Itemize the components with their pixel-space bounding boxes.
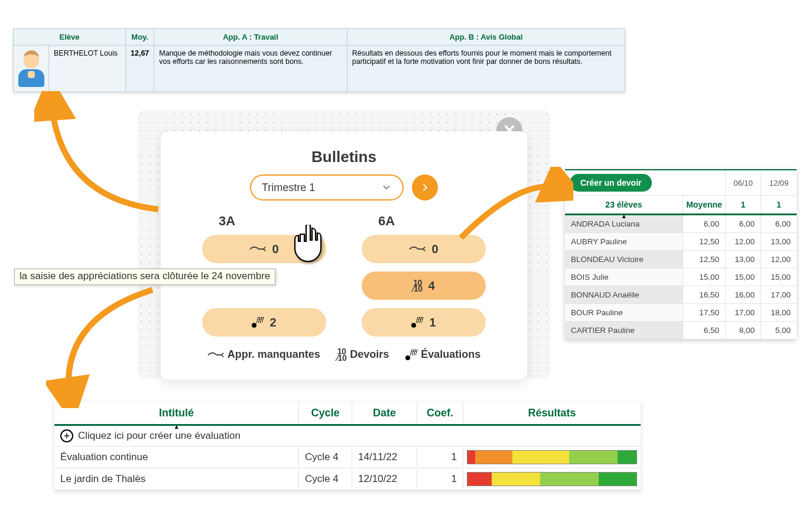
grades-date-col-1[interactable]: 06/10 — [726, 170, 761, 195]
grades-table: Créer un devoir 06/10 12/09 23 élèves Mo… — [565, 169, 797, 339]
trimestre-select[interactable]: Trimestre 1 — [250, 174, 404, 200]
student-moy: 12,67 — [126, 46, 154, 92]
chevron-right-icon — [420, 183, 430, 192]
grade-cell: 17,00 — [726, 304, 761, 321]
moy-cell: 6,50 — [683, 322, 726, 339]
student-appB: Résultats en dessous des efforts fournis… — [347, 46, 625, 92]
student-name: BOUR Pauline — [565, 304, 683, 321]
student-avatar — [14, 46, 49, 92]
eval-date: 14/11/22 — [352, 448, 417, 467]
student-name: BONNAUD Anaëlle — [565, 286, 683, 303]
grade-cell: 13,00 — [726, 251, 761, 268]
create-assignment-button[interactable]: Créer un devoir — [570, 174, 652, 192]
col-cycle[interactable]: Cycle — [299, 402, 352, 424]
arrow-to-student-table — [34, 91, 176, 221]
results-bar — [467, 450, 637, 464]
moy-cell: 12,50 — [683, 251, 726, 268]
grade-cell: 6,00 — [726, 215, 761, 232]
grades-row[interactable]: AUBRY Pauline12,5012,0013,00 — [565, 233, 797, 251]
grades-row[interactable]: BOIS Julie15,0015,0015,00 — [565, 269, 797, 286]
evaluations-table: Intitulé Cycle Date Coef. Résultats +Cli… — [54, 402, 641, 490]
grade-cell: 15,00 — [761, 269, 797, 286]
grade-cell: 16,00 — [726, 286, 761, 303]
eval-coef: 1 — [417, 448, 463, 467]
grade-cell: 12,00 — [761, 251, 797, 268]
eval-cycle: Cycle 4 — [299, 470, 352, 489]
dot-lines-icon — [252, 317, 264, 328]
moy-cell: 6,00 — [683, 215, 726, 232]
eval-intitule: Évaluation continue — [54, 448, 299, 467]
trimestre-value: Trimestre 1 — [262, 182, 315, 194]
grade-cell: 8,00 — [726, 322, 761, 339]
moy-cell: 16,50 — [683, 286, 726, 303]
dot-lines-icon — [405, 350, 417, 360]
grade-cell: 5,00 — [761, 322, 797, 339]
results-bar — [467, 472, 637, 486]
arrow-to-grades — [455, 167, 573, 250]
col-moy: Moy. — [126, 29, 154, 46]
grade-cell: 15,00 — [726, 269, 761, 286]
pen-icon — [409, 243, 426, 255]
grade-cell: 17,00 — [761, 286, 797, 303]
grade-cell: 18,00 — [761, 304, 797, 321]
pen-icon — [249, 243, 266, 255]
dot-lines-icon — [411, 317, 423, 328]
grades-row[interactable]: BOUR Pauline17,5017,0018,00 — [565, 304, 797, 322]
grades-row[interactable]: ANDRADA Luciana6,006,006,00 — [565, 215, 797, 233]
student-name: BLONDEAU Victoire — [565, 251, 683, 268]
student-appA: Manque de méthodologie mais vous devez c… — [154, 46, 347, 92]
col-moyenne[interactable]: Moyenne — [683, 196, 726, 214]
grade-cell: 13,00 — [761, 233, 797, 250]
pill-devoirs-6A[interactable]: 10⁄10 4 — [362, 271, 486, 300]
eval-cycle: Cycle 4 — [299, 448, 352, 467]
student-name: AUBRY Pauline — [565, 233, 683, 250]
col-appB: App. B : Avis Global — [347, 29, 625, 46]
grades-row[interactable]: CARTIER Pauline6,508,005,00 — [565, 322, 797, 339]
moy-cell: 17,50 — [683, 304, 726, 321]
student-name: CARTIER Pauline — [565, 322, 683, 339]
eval-intitule: Le jardin de Thalès — [54, 470, 299, 489]
chevron-down-icon — [381, 182, 392, 193]
eval-date: 12/10/22 — [352, 470, 417, 489]
pen-icon — [207, 349, 224, 361]
col-date[interactable]: Date — [352, 402, 417, 424]
pill-evals-6A[interactable]: 1 — [362, 308, 486, 337]
legend: Appr. manquantes 10⁄10Devoirs Évaluation… — [184, 348, 504, 361]
moy-cell: 15,00 — [683, 269, 726, 286]
create-evaluation-row[interactable]: +Cliquez ici pour créer une évaluation — [54, 426, 641, 447]
col-resultats[interactable]: Résultats — [463, 402, 641, 424]
col-appA: App. A : Travail — [154, 29, 347, 46]
ten-over-ten-icon: 10⁄10 — [413, 280, 422, 292]
next-trimestre-button[interactable] — [412, 174, 438, 200]
col-coef[interactable]: Coef. — [417, 402, 463, 424]
grades-date-col-2[interactable]: 12/09 — [761, 170, 797, 195]
col-eleve: Elève — [14, 29, 126, 46]
student-row[interactable]: BERTHELOT Louis 12,67 Manque de méthodol… — [14, 46, 625, 92]
student-name: BOIS Julie — [565, 269, 683, 286]
tooltip: la saisie des appréciations sera clôturé… — [14, 269, 275, 285]
col-students[interactable]: 23 élèves — [565, 196, 683, 214]
bulletins-title: Bulletins — [184, 148, 504, 166]
evaluation-row[interactable]: Le jardin de ThalèsCycle 412/10/221 — [54, 468, 641, 490]
eval-coef: 1 — [417, 470, 463, 489]
pill-evals-3A[interactable]: 2 — [202, 308, 326, 337]
grade-cell: 12,00 — [726, 233, 761, 250]
col-d1[interactable]: 1 — [726, 196, 761, 214]
pill-missing-3A[interactable]: 0 — [202, 235, 326, 263]
grades-row[interactable]: BLONDEAU Victoire12,5013,0012,00 — [565, 251, 797, 269]
col-d2[interactable]: 1 — [761, 196, 797, 214]
student-name: BERTHELOT Louis — [49, 46, 126, 92]
class-name: 3A — [202, 214, 326, 229]
grade-cell: 6,00 — [761, 215, 797, 232]
evaluation-row[interactable]: Évaluation continueCycle 414/11/221 — [54, 447, 641, 468]
grades-row[interactable]: BONNAUD Anaëlle16,5016,0017,00 — [565, 286, 797, 304]
student-appreciation-table: Elève Moy. App. A : Travail App. B : Avi… — [13, 28, 625, 92]
plus-icon: + — [60, 429, 73, 442]
moy-cell: 12,50 — [683, 233, 726, 250]
arrow-to-evaluations — [46, 284, 164, 408]
ten-over-ten-icon: 10⁄10 — [337, 348, 346, 361]
